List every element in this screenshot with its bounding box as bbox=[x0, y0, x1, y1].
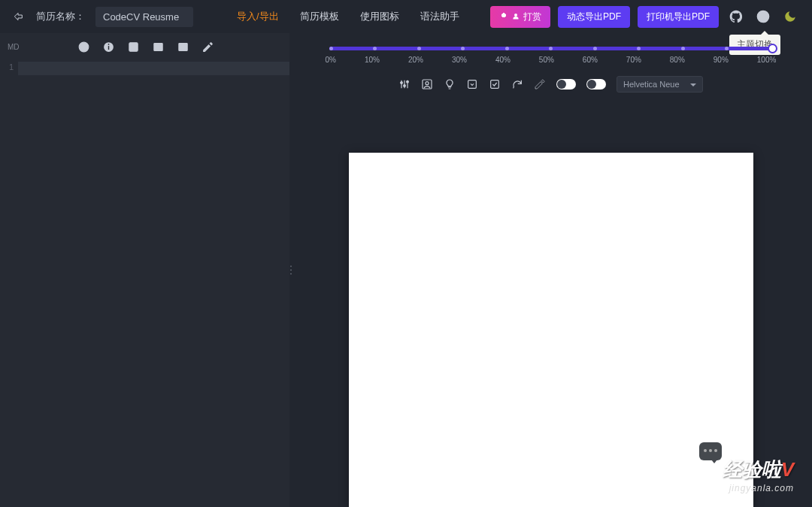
editor-content[interactable]: 1 bbox=[0, 60, 289, 507]
print-pdf-button[interactable]: 打印机导出PDF bbox=[638, 6, 719, 28]
avatar-box-icon[interactable] bbox=[421, 78, 433, 90]
list-icon[interactable] bbox=[127, 41, 140, 53]
dynamic-pdf-button[interactable]: 动态导出PDF bbox=[558, 6, 630, 28]
svg-rect-16 bbox=[179, 43, 187, 50]
resume-canvas bbox=[349, 153, 753, 507]
toggle-2[interactable] bbox=[586, 79, 606, 90]
svg-rect-7 bbox=[108, 46, 109, 50]
current-line-highlight bbox=[18, 62, 289, 75]
watermark: 经验啦V jingyanla.com bbox=[723, 457, 794, 493]
svg-point-2 bbox=[763, 20, 764, 20]
resume-name-label: 简历名称： bbox=[36, 10, 85, 23]
watermark-accent: V bbox=[781, 458, 794, 481]
table-icon[interactable] bbox=[177, 41, 189, 53]
editor-mode-label: MD bbox=[8, 43, 20, 51]
svg-point-24 bbox=[401, 82, 403, 84]
chat-bubble-icon bbox=[699, 442, 722, 460]
info-icon[interactable] bbox=[102, 41, 115, 53]
adjust-icon[interactable] bbox=[398, 78, 411, 90]
tip-button[interactable]: 打赏 bbox=[490, 6, 550, 28]
svg-point-8 bbox=[108, 44, 110, 45]
svg-point-0 bbox=[514, 14, 517, 17]
svg-point-26 bbox=[407, 80, 409, 83]
svg-rect-29 bbox=[468, 80, 477, 89]
panel-resize-handle[interactable] bbox=[290, 266, 292, 275]
watermark-sub: jingyanla.com bbox=[723, 483, 794, 493]
nav-templates[interactable]: 简历模板 bbox=[300, 10, 339, 23]
slider-labels: 0% 10% 20% 30% 40% 50% 60% 70% 80% 90% 1… bbox=[326, 56, 777, 64]
font-select[interactable]: Helvetica Neue bbox=[617, 76, 703, 93]
back-icon[interactable] bbox=[12, 11, 24, 23]
svg-point-4 bbox=[82, 45, 83, 46]
svg-rect-30 bbox=[491, 80, 499, 89]
nav-icons[interactable]: 使用图标 bbox=[360, 10, 399, 23]
zoom-slider[interactable] bbox=[329, 44, 773, 53]
check-box-icon[interactable] bbox=[489, 78, 501, 90]
svg-point-3 bbox=[79, 42, 89, 52]
edit-icon[interactable] bbox=[201, 41, 214, 53]
nav-grammar[interactable]: 语法助手 bbox=[420, 10, 459, 23]
line-gutter: 1 bbox=[0, 60, 18, 507]
editor-panel: MD bbox=[0, 33, 289, 507]
pen-icon[interactable] bbox=[534, 78, 546, 90]
lightbulb-icon[interactable] bbox=[444, 78, 456, 90]
font-select-value: Helvetica Neue bbox=[623, 80, 680, 89]
svg-point-28 bbox=[426, 82, 429, 85]
svg-rect-27 bbox=[423, 80, 432, 89]
emoji-icon[interactable] bbox=[77, 41, 90, 53]
slider-thumb[interactable] bbox=[768, 44, 777, 53]
columns-icon[interactable] bbox=[152, 41, 165, 53]
preview-panel: 0% 10% 20% 30% 40% 50% 60% 70% 80% 90% 1… bbox=[289, 33, 812, 507]
tip-button-label: 打赏 bbox=[523, 11, 541, 23]
help-icon[interactable] bbox=[753, 7, 773, 26]
watermark-text: 经验啦 bbox=[723, 458, 781, 481]
theme-toggle-icon[interactable] bbox=[780, 7, 800, 26]
svg-point-5 bbox=[85, 45, 86, 46]
svg-rect-13 bbox=[154, 43, 162, 50]
nav-import-export[interactable]: 导入/导出 bbox=[237, 10, 279, 23]
svg-point-25 bbox=[404, 85, 406, 87]
refresh-icon[interactable] bbox=[511, 78, 523, 90]
line-number: 1 bbox=[0, 62, 14, 71]
github-icon[interactable] bbox=[726, 7, 746, 26]
dropdown-box-icon[interactable] bbox=[466, 78, 478, 90]
resume-name-input[interactable] bbox=[95, 7, 193, 27]
toggle-1[interactable] bbox=[556, 79, 576, 90]
